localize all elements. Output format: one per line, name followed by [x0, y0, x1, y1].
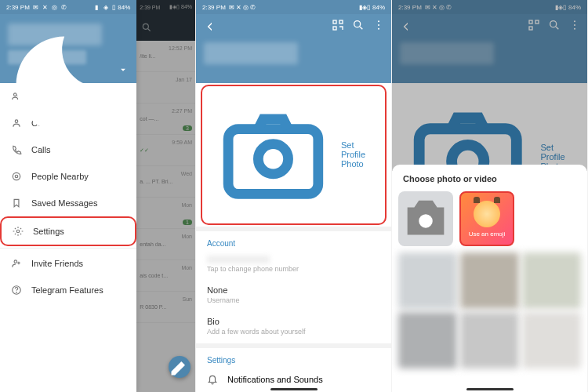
battery-icon: ▯	[112, 4, 115, 11]
bio-field[interactable]: Bio Add a few words about yourself	[196, 312, 391, 343]
drawer-item-settings[interactable]: Settings	[0, 216, 136, 246]
gallery-thumb[interactable]	[460, 252, 519, 309]
nearby-icon	[11, 171, 22, 182]
back-icon[interactable]	[400, 20, 412, 33]
gallery-grid	[398, 252, 581, 368]
gallery-thumb[interactable]	[522, 312, 581, 368]
divider	[0, 248, 136, 249]
wa-icon: ✆	[61, 4, 67, 10]
settings-header	[196, 14, 391, 83]
more-icon[interactable]	[372, 19, 385, 31]
chat-list-background: 2:39 PM▮◈▯ 84% 12:52 PM/ite li... Jan 17…	[136, 0, 195, 392]
use-emoji-tile[interactable]: Use an emoji	[459, 191, 514, 246]
status-time: 2:39 PM	[6, 4, 30, 11]
username-field[interactable]: None Username	[196, 281, 391, 312]
compose-fab[interactable]	[169, 356, 191, 378]
gallery-thumb[interactable]	[460, 312, 519, 368]
svg-point-3	[15, 175, 18, 178]
svg-point-8	[16, 292, 17, 293]
status-bar: 2:39 PM✉ ✕ ◎ ✆ ▮◈▯84%	[392, 0, 587, 14]
svg-point-14	[378, 20, 379, 22]
sheet-title: Choose photo or video	[398, 172, 581, 191]
search-icon[interactable]	[548, 19, 561, 31]
section-account: Account	[196, 231, 391, 251]
signal-icon: ▮	[95, 4, 101, 10]
svg-point-6	[14, 260, 17, 263]
svg-point-18	[258, 144, 288, 174]
profile-phone-redacted	[8, 50, 86, 64]
back-icon[interactable]	[204, 20, 216, 33]
wifi-icon: ◈	[103, 4, 110, 10]
drawer-item-invite[interactable]: Invite Friends	[0, 250, 136, 277]
svg-point-15	[378, 24, 379, 26]
svg-rect-10	[333, 20, 336, 24]
camera-icon	[213, 94, 333, 216]
svg-point-31	[574, 20, 575, 22]
photo-picker-sheet: Choose photo or video Use an emoji	[392, 165, 587, 392]
status-bar: 2:39 PM✉ ✕ ◎ ✆ ▮◈▯84%	[196, 0, 391, 14]
qr-icon[interactable]	[528, 19, 540, 31]
more-icon[interactable]	[568, 19, 581, 31]
svg-point-32	[574, 24, 575, 26]
battery-pct: 84%	[118, 4, 130, 11]
svg-point-13	[354, 21, 361, 27]
drawer-item-saved[interactable]: Saved Messages	[0, 190, 136, 216]
twitter-icon: ✕	[42, 4, 49, 10]
gallery-thumb[interactable]	[522, 252, 581, 309]
phone-field[interactable]: Tap to change phone number	[196, 251, 391, 281]
settings-header	[392, 14, 587, 83]
profile-name-redacted	[8, 24, 102, 45]
svg-point-33	[574, 28, 575, 30]
svg-point-30	[550, 21, 557, 27]
gallery-thumb[interactable]	[398, 312, 457, 368]
drawer-item-nearby[interactable]: People Nearby	[0, 163, 136, 190]
camera-tile[interactable]	[398, 191, 453, 246]
gear-icon	[13, 226, 24, 237]
profile-name-redacted	[400, 42, 494, 64]
qr-icon[interactable]	[332, 19, 344, 31]
svg-point-36	[419, 214, 433, 228]
emoji-preview-icon	[474, 201, 500, 227]
drawer-item-features[interactable]: Telegram Features	[0, 277, 136, 303]
screenshot-2: 2:39 PM✉ ✕ ◎ ✆ ▮◈▯84% Set Profile Photo …	[196, 0, 392, 392]
screenshot-3: 2:39 PM✉ ✕ ◎ ✆ ▮◈▯84% Set Profile Photo …	[392, 0, 588, 392]
svg-point-16	[378, 28, 379, 30]
svg-rect-29	[529, 27, 532, 30]
set-profile-photo-button[interactable]: Set Profile Photo	[201, 85, 387, 225]
chevron-down-icon[interactable]	[118, 64, 129, 78]
profile-name-redacted	[204, 42, 298, 64]
svg-rect-27	[529, 20, 532, 24]
screenshot-1: 2:39 PM ✉ ✕ ◎ ✆ ▮ ◈ ▯ 84%	[0, 0, 196, 392]
svg-point-4	[13, 172, 20, 180]
bookmark-icon	[11, 198, 22, 209]
nav-drawer: 2:39 PM ✉ ✕ ◎ ✆ ▮ ◈ ▯ 84%	[0, 0, 136, 392]
svg-point-5	[16, 230, 20, 233]
gallery-thumb[interactable]	[398, 252, 457, 309]
search-icon[interactable]	[352, 19, 365, 31]
drawer-header	[0, 14, 136, 83]
svg-rect-11	[339, 20, 343, 24]
svg-rect-17	[228, 129, 318, 194]
svg-rect-28	[535, 20, 539, 24]
bell-icon	[207, 374, 218, 385]
help-icon	[11, 285, 22, 296]
add-user-icon	[11, 258, 22, 269]
svg-rect-12	[333, 27, 336, 30]
status-bar: 2:39 PM ✉ ✕ ◎ ✆ ▮ ◈ ▯ 84%	[0, 0, 136, 14]
section-settings: Settings	[196, 348, 391, 368]
notif-icon: ✉	[33, 4, 39, 10]
ig-icon: ◎	[52, 4, 58, 10]
